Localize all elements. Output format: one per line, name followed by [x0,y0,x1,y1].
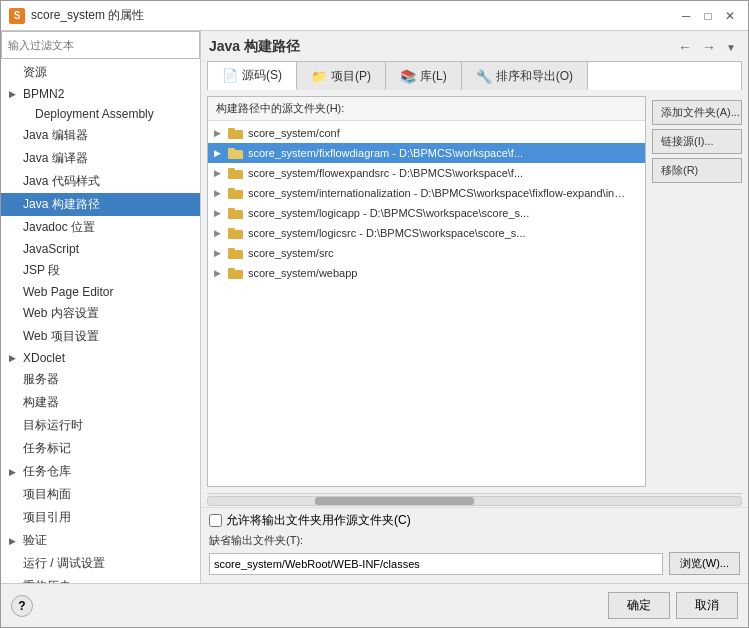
sidebar-item-xdoclet[interactable]: ▶ XDoclet [1,348,200,368]
help-button[interactable]: ? [11,595,33,617]
expand-icon: ▶ [214,128,224,138]
remove-button[interactable]: 移除(R) [652,158,742,183]
section-header: 构建路径中的源文件夹(H): [208,97,645,121]
content-area: 资源 ▶ BPMN2 Deployment Assembly Java 编辑器 … [1,31,748,583]
browse-button[interactable]: 浏览(W)... [669,552,740,575]
add-folder-button[interactable]: 添加文件夹(A)... [652,100,742,125]
expand-icon: ▶ [214,148,224,158]
sidebar-item-java-code-style[interactable]: Java 代码样式 [1,170,200,193]
sidebar-item-resources[interactable]: 资源 [1,61,200,84]
link-source-button[interactable]: 链接源(I)... [652,129,742,154]
sidebar-item-builder[interactable]: 构建器 [1,391,200,414]
folder-icon [228,226,244,240]
app-icon: S [9,8,25,24]
sidebar-item-validation[interactable]: ▶ 验证 [1,529,200,552]
sidebar-item-web-project[interactable]: Web 项目设置 [1,325,200,348]
sidebar-item-bpmn2[interactable]: ▶ BPMN2 [1,84,200,104]
sidebar-item-jsp[interactable]: JSP 段 [1,259,200,282]
sidebar-item-target-runtime[interactable]: 目标运行时 [1,414,200,437]
tab-source[interactable]: 📄 源码(S) [208,62,297,90]
minimize-button[interactable]: ─ [676,6,696,26]
scrollbar-track [207,496,742,506]
source-item-logicapp[interactable]: ▶ score_system/logicapp - D:\BPMCS\works… [208,203,645,223]
allow-output-as-source-checkbox[interactable] [209,514,222,527]
output-input-row: 浏览(W)... [209,552,740,575]
folder-icon [228,186,244,200]
expand-icon: ▶ [214,228,224,238]
svg-rect-9 [228,208,235,212]
sidebar-item-java-editor[interactable]: Java 编辑器 [1,124,200,147]
right-header: Java 构建路径 ← → ▼ [201,31,748,61]
filter-input[interactable] [1,31,200,59]
source-item-src[interactable]: ▶ score_system/src [208,243,645,263]
source-section: 构建路径中的源文件夹(H): ▶ score_system/conf ▶ [207,96,646,487]
dialog: S score_system 的属性 ─ □ ✕ 资源 ▶ BPMN2 [0,0,749,628]
sidebar-item-web-content[interactable]: Web 内容设置 [1,302,200,325]
folder-icon [228,266,244,280]
output-folder-label: 缺省输出文件夹(T): [209,533,303,548]
sidebar-item-java-build-path[interactable]: Java 构建路径 [1,193,200,216]
svg-rect-1 [228,128,235,132]
source-item-fixflowdiagram[interactable]: ▶ score_system/fixflowdiagram - D:\BPMCS… [208,143,645,163]
tab-bar: 📄 源码(S) 📁 项目(P) 📚 库(L) 🔧 排序和导出(O) [207,61,742,90]
expand-icon: ▶ [214,268,224,278]
bottom-section: 允许将输出文件夹用作源文件夹(C) 缺省输出文件夹(T): 浏览(W)... [201,507,748,583]
expand-icon: ▶ [214,188,224,198]
action-buttons: 添加文件夹(A)... 链接源(I)... 移除(R) [652,96,742,487]
svg-rect-7 [228,188,235,192]
source-tab-icon: 📄 [222,68,238,83]
tab-library[interactable]: 📚 库(L) [386,62,462,90]
checkbox-label: 允许将输出文件夹用作源文件夹(C) [226,512,411,529]
order-tab-icon: 🔧 [476,69,492,84]
source-item-webapp[interactable]: ▶ score_system/webapp [208,263,645,283]
project-tab-icon: 📁 [311,69,327,84]
footer: ? 确定 取消 [1,583,748,627]
sidebar-item-javadoc[interactable]: Javadoc 位置 [1,216,200,239]
sidebar-item-web-page-editor[interactable]: Web Page Editor [1,282,200,302]
sidebar-item-javascript[interactable]: JavaScript [1,239,200,259]
scrollbar-thumb [315,497,475,505]
nav-back-button[interactable]: ← [674,37,696,57]
sidebar-item-project-ref[interactable]: 项目引用 [1,506,200,529]
svg-rect-5 [228,168,235,172]
output-folder-input[interactable] [209,553,663,575]
source-item-internationalization[interactable]: ▶ score_system/internationalization - D:… [208,183,645,203]
source-tree: ▶ score_system/conf ▶ [208,121,645,486]
sidebar-item-refactor-history[interactable]: 重构历史 [1,575,200,583]
arrow-icon: ▶ [9,353,21,363]
tab-project[interactable]: 📁 项目(P) [297,62,386,90]
sidebar-item-java-compiler[interactable]: Java 编译器 [1,147,200,170]
cancel-button[interactable]: 取消 [676,592,738,619]
sidebar-item-deployment-assembly[interactable]: Deployment Assembly [1,104,200,124]
expand-icon: ▶ [214,208,224,218]
sidebar-item-run-debug[interactable]: 运行 / 调试设置 [1,552,200,575]
folder-icon [228,246,244,260]
svg-rect-3 [228,148,235,152]
sidebar-item-task-marker[interactable]: 任务标记 [1,437,200,460]
tree-list: 资源 ▶ BPMN2 Deployment Assembly Java 编辑器 … [1,59,200,583]
source-item-logicsrc[interactable]: ▶ score_system/logicsrc - D:\BPMCS\works… [208,223,645,243]
source-item-conf[interactable]: ▶ score_system/conf [208,123,645,143]
source-item-flowexpandsrc[interactable]: ▶ score_system/flowexpandsrc - D:\BPMCS\… [208,163,645,183]
folder-icon [228,146,244,160]
right-panel: Java 构建路径 ← → ▼ 📄 源码(S) 📁 项目(P) � [201,31,748,583]
tab-order-export[interactable]: 🔧 排序和导出(O) [462,62,588,90]
horizontal-scrollbar[interactable] [207,493,742,507]
output-label-row: 缺省输出文件夹(T): [209,533,740,548]
checkbox-row: 允许将输出文件夹用作源文件夹(C) [209,512,740,529]
left-panel: 资源 ▶ BPMN2 Deployment Assembly Java 编辑器 … [1,31,201,583]
folder-icon [228,126,244,140]
title-bar: S score_system 的属性 ─ □ ✕ [1,1,748,31]
nav-dropdown-button[interactable]: ▼ [722,40,740,55]
footer-left: ? [11,595,602,617]
close-button[interactable]: ✕ [720,6,740,26]
maximize-button[interactable]: □ [698,6,718,26]
sidebar-item-project-facet[interactable]: 项目构面 [1,483,200,506]
confirm-button[interactable]: 确定 [608,592,670,619]
arrow-icon: ▶ [9,467,21,477]
folder-icon [228,206,244,220]
nav-forward-button[interactable]: → [698,37,720,57]
dialog-title: score_system 的属性 [31,7,676,24]
sidebar-item-task-repo[interactable]: ▶ 任务仓库 [1,460,200,483]
sidebar-item-server[interactable]: 服务器 [1,368,200,391]
